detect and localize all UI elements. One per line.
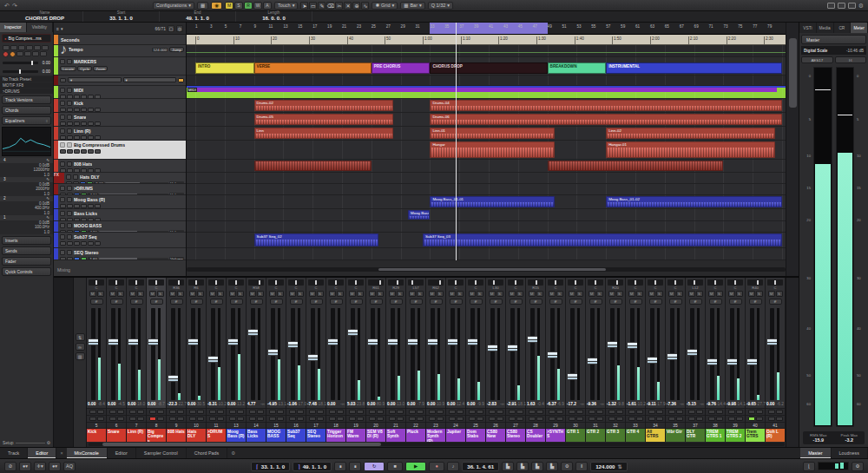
marker-chorus-drop[interactable]: CHORUS DROP	[430, 62, 547, 74]
track-row-hats-dly[interactable]: FXHats DLY-5.00Volume	[54, 173, 186, 184]
track-volume-value[interactable]: -4.10	[88, 193, 98, 194]
channel-listen-button[interactable]	[337, 410, 344, 414]
channel-solo-button[interactable]: S	[217, 291, 224, 297]
channel-monitor-button[interactable]	[708, 410, 715, 414]
volume-value[interactable]: 0.00	[387, 402, 395, 408]
clip-sub37-seq-03[interactable]: Sub37 Seq_03	[423, 233, 782, 246]
clip-moog-bass-01-02[interactable]: Moog Bass_01-02	[606, 196, 782, 207]
track-volume-slider[interactable]	[99, 258, 168, 260]
channel-listen-button[interactable]	[536, 410, 543, 414]
inspector-tab-inspector[interactable]: Inspector	[0, 23, 27, 32]
pan-control[interactable]	[89, 279, 104, 286]
track-button[interactable]	[74, 149, 80, 154]
channel-name[interactable]: Dom Stabs	[466, 428, 485, 442]
channel-name[interactable]: CS80 Stereo	[506, 428, 525, 442]
channel-monitor-button[interactable]	[668, 410, 675, 414]
channel-name[interactable]: Ooh L (R)	[766, 428, 785, 442]
channel-monitor-button[interactable]	[89, 410, 96, 414]
channel-edit-button[interactable]: e	[110, 299, 123, 305]
track-row-arranger[interactable]: ▾▾	[54, 76, 186, 86]
volume-value[interactable]: -7.36	[667, 402, 676, 408]
right-tab-cr[interactable]: CR	[834, 23, 852, 33]
volume-value[interactable]: -8.31	[207, 402, 217, 408]
section-chords[interactable]: Chords	[2, 106, 51, 115]
channel-fader[interactable]	[566, 306, 585, 402]
track-row-kick[interactable]: Kick	[54, 99, 186, 113]
channel-record-button[interactable]	[529, 417, 536, 421]
channel-name[interactable]: Sub37 Seq	[286, 428, 306, 442]
channel-edit-button[interactable]: e	[150, 299, 163, 305]
constrain-delay-button[interactable]: ⊘	[4, 462, 16, 471]
track-button[interactable]	[81, 149, 87, 154]
window-zone-right-button[interactable]	[848, 3, 856, 9]
channel-solo-button[interactable]: S	[317, 291, 324, 297]
volume-value[interactable]: 0.00	[427, 402, 435, 408]
channel-solo-button[interactable]: S	[117, 291, 124, 297]
channel-mute-button[interactable]: M	[449, 291, 456, 297]
track-button[interactable]	[81, 218, 87, 220]
channel-35[interactable]: CMSe-7.36-∞35Vibr Gtr	[666, 278, 686, 442]
channel-mute-button[interactable]: M	[429, 291, 436, 297]
pan-control[interactable]	[208, 279, 224, 286]
channel-listen-button[interactable]	[596, 410, 603, 414]
channel-name[interactable]: Linn (R)	[127, 428, 146, 442]
channel-edit-button[interactable]: e	[250, 299, 263, 305]
pan-control[interactable]	[188, 279, 204, 286]
channel-auto-button[interactable]	[277, 417, 284, 421]
arranger-mode-button[interactable]	[178, 78, 184, 82]
clip-linn-02[interactable]: Linn-02	[606, 128, 774, 139]
channel-listen-button[interactable]	[696, 410, 703, 414]
volume-value[interactable]: -1.61	[627, 402, 636, 408]
channel-solo-button[interactable]: S	[596, 291, 603, 297]
track-button[interactable]	[95, 168, 101, 172]
channel-name[interactable]: GTR 4	[626, 428, 645, 442]
stop-button[interactable]: ■	[387, 462, 403, 471]
channel-fader[interactable]	[87, 306, 106, 402]
clip-audio[interactable]	[254, 161, 372, 171]
channel-name[interactable]: Hats DLY	[187, 428, 206, 442]
lower-zone-gear-icon[interactable]: ⚙	[227, 448, 239, 458]
automation-r-button[interactable]: R	[244, 2, 253, 10]
channel-fader[interactable]	[626, 306, 645, 402]
channel-mute-button[interactable]: M	[469, 291, 476, 297]
channel-record-button[interactable]	[509, 417, 516, 421]
marker-intro[interactable]: INTRO	[195, 62, 254, 74]
channel-record-button[interactable]	[389, 417, 396, 421]
channel-monitor-button[interactable]	[269, 410, 276, 414]
channel-record-button[interactable]	[189, 417, 196, 421]
channel-monitor-button[interactable]	[728, 410, 735, 414]
channel-edit-button[interactable]: e	[649, 299, 662, 305]
track-monitor-button[interactable]	[67, 122, 73, 126]
track-monitor-button[interactable]	[67, 168, 73, 172]
channel-name[interactable]: Trigger Horizon	[326, 428, 345, 442]
volume-value[interactable]: -2.91	[507, 402, 516, 408]
channel-name[interactable]: >DRUMS	[207, 428, 226, 442]
channel-auto-button[interactable]	[596, 417, 603, 421]
channel-auto-button[interactable]	[217, 417, 224, 421]
channel-solo-button[interactable]: S	[437, 291, 444, 297]
channel-edit-button[interactable]: e	[170, 299, 183, 305]
channel-record-button[interactable]	[708, 417, 715, 421]
channel-mute-button[interactable]: M	[129, 291, 136, 297]
channel-solo-button[interactable]: S	[177, 291, 184, 297]
punch-in-button[interactable]: ∎	[334, 462, 346, 471]
volume-value[interactable]: -9.11	[647, 402, 656, 408]
track-solo-button[interactable]	[67, 142, 72, 148]
channel-mute-button[interactable]: M	[728, 291, 735, 297]
channel-fader[interactable]	[666, 306, 685, 402]
channel-listen-button[interactable]	[457, 410, 464, 414]
channel-auto-button[interactable]	[776, 417, 783, 421]
channel-listen-button[interactable]	[656, 410, 663, 414]
volume-value[interactable]: 0.00	[187, 402, 195, 408]
mixer-zoom-in-button[interactable]: ⇅	[76, 333, 85, 341]
volume-value[interactable]: 4.77	[247, 402, 255, 408]
channel-fader[interactable]	[326, 306, 345, 402]
channel-name[interactable]: Pluck	[406, 428, 425, 442]
channel-monitor-button[interactable]	[249, 410, 256, 414]
channel-auto-button[interactable]	[177, 417, 184, 421]
channel-mute-button[interactable]: M	[189, 291, 196, 297]
track-solo-button[interactable]	[67, 197, 72, 202]
channel-record-button[interactable]	[748, 417, 755, 421]
track-button[interactable]	[95, 108, 101, 112]
marker-mute[interactable]	[60, 59, 65, 64]
